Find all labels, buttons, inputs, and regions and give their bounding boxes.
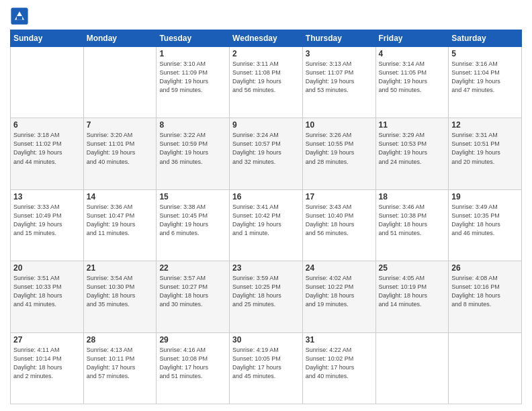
day-number: 11 [379,120,446,130]
calendar-cell: 29Sunrise: 4:16 AM Sunset: 10:08 PM Dayl… [157,332,230,404]
calendar-cell: 12Sunrise: 3:31 AM Sunset: 10:51 PM Dayl… [449,118,522,189]
calendar-cell: 24Sunrise: 4:02 AM Sunset: 10:22 PM Dayl… [302,261,375,332]
day-number: 16 [232,192,300,201]
day-info: Sunrise: 3:49 AM Sunset: 10:35 PM Daylig… [451,203,519,238]
page: SundayMondayTuesdayWednesdayThursdayFrid… [0,0,532,411]
calendar-cell: 20Sunrise: 3:51 AM Sunset: 10:33 PM Dayl… [11,261,84,332]
calendar-cell: 3Sunrise: 3:13 AM Sunset: 11:07 PM Dayli… [302,47,375,118]
calendar-cell: 28Sunrise: 4:13 AM Sunset: 10:11 PM Dayl… [83,332,157,404]
day-number: 4 [379,49,446,58]
day-number: 7 [87,120,154,130]
day-number: 10 [306,120,373,130]
day-number: 26 [451,263,519,273]
day-info: Sunrise: 4:19 AM Sunset: 10:05 PM Daylig… [232,346,300,381]
calendar: SundayMondayTuesdayWednesdayThursdayFrid… [10,30,522,404]
calendar-cell: 15Sunrise: 3:38 AM Sunset: 10:45 PM Dayl… [157,189,230,261]
day-info: Sunrise: 4:22 AM Sunset: 10:02 PM Daylig… [306,346,373,381]
day-info: Sunrise: 3:31 AM Sunset: 10:51 PM Daylig… [451,131,519,166]
header [10,7,522,26]
day-info: Sunrise: 3:38 AM Sunset: 10:45 PM Daylig… [159,203,226,238]
day-number: 27 [13,335,81,345]
day-info: Sunrise: 3:14 AM Sunset: 11:05 PM Daylig… [379,60,446,95]
day-info: Sunrise: 3:29 AM Sunset: 10:53 PM Daylig… [379,131,446,166]
day-number: 5 [451,49,519,58]
calendar-cell: 2Sunrise: 3:11 AM Sunset: 11:08 PM Dayli… [230,47,303,118]
calendar-cell: 21Sunrise: 3:54 AM Sunset: 10:30 PM Dayl… [83,261,157,332]
day-number: 2 [232,49,300,58]
day-info: Sunrise: 3:46 AM Sunset: 10:38 PM Daylig… [379,203,446,238]
day-number: 30 [232,335,300,345]
calendar-cell: 9Sunrise: 3:24 AM Sunset: 10:57 PM Dayli… [230,118,303,189]
calendar-cell: 1Sunrise: 3:10 AM Sunset: 11:09 PM Dayli… [157,47,230,118]
day-number: 1 [159,49,226,58]
day-info: Sunrise: 4:16 AM Sunset: 10:08 PM Daylig… [159,346,226,381]
day-number: 6 [13,120,81,130]
col-header-tuesday: Tuesday [157,30,230,47]
day-info: Sunrise: 3:10 AM Sunset: 11:09 PM Daylig… [159,60,226,95]
day-info: Sunrise: 3:24 AM Sunset: 10:57 PM Daylig… [232,131,300,166]
day-info: Sunrise: 3:18 AM Sunset: 11:02 PM Daylig… [13,131,81,166]
day-number: 23 [232,263,300,273]
day-number: 8 [159,120,226,130]
col-header-wednesday: Wednesday [230,30,303,47]
calendar-cell: 14Sunrise: 3:36 AM Sunset: 10:47 PM Dayl… [83,189,157,261]
logo [10,7,32,26]
calendar-cell: 27Sunrise: 4:11 AM Sunset: 10:14 PM Dayl… [11,332,84,404]
day-info: Sunrise: 3:54 AM Sunset: 10:30 PM Daylig… [87,274,154,309]
day-info: Sunrise: 3:11 AM Sunset: 11:08 PM Daylig… [232,60,300,95]
col-header-friday: Friday [375,30,449,47]
svg-rect-2 [17,16,22,20]
day-number: 18 [379,192,446,201]
calendar-cell [449,332,522,404]
day-info: Sunrise: 4:08 AM Sunset: 10:16 PM Daylig… [451,274,519,309]
day-number: 28 [87,335,154,345]
day-info: Sunrise: 3:33 AM Sunset: 10:49 PM Daylig… [13,203,81,238]
day-info: Sunrise: 3:43 AM Sunset: 10:40 PM Daylig… [306,203,373,238]
day-number: 15 [159,192,226,201]
day-info: Sunrise: 3:57 AM Sunset: 10:27 PM Daylig… [159,274,226,309]
col-header-monday: Monday [83,30,157,47]
calendar-cell: 19Sunrise: 3:49 AM Sunset: 10:35 PM Dayl… [449,189,522,261]
day-info: Sunrise: 3:41 AM Sunset: 10:42 PM Daylig… [232,203,300,238]
calendar-cell [11,47,84,118]
calendar-cell: 11Sunrise: 3:29 AM Sunset: 10:53 PM Dayl… [375,118,449,189]
day-number: 13 [13,192,81,201]
calendar-week-row: 6Sunrise: 3:18 AM Sunset: 11:02 PM Dayli… [11,118,522,189]
calendar-cell [375,332,449,404]
calendar-cell [83,47,157,118]
day-number: 17 [306,192,373,201]
day-info: Sunrise: 3:22 AM Sunset: 10:59 PM Daylig… [159,131,226,166]
day-info: Sunrise: 4:11 AM Sunset: 10:14 PM Daylig… [13,346,81,381]
day-number: 21 [87,263,154,273]
calendar-cell: 31Sunrise: 4:22 AM Sunset: 10:02 PM Dayl… [302,332,375,404]
calendar-cell: 6Sunrise: 3:18 AM Sunset: 11:02 PM Dayli… [11,118,84,189]
day-info: Sunrise: 3:20 AM Sunset: 11:01 PM Daylig… [87,131,154,166]
calendar-cell: 17Sunrise: 3:43 AM Sunset: 10:40 PM Dayl… [302,189,375,261]
day-number: 24 [306,263,373,273]
day-info: Sunrise: 4:13 AM Sunset: 10:11 PM Daylig… [87,346,154,381]
day-info: Sunrise: 3:13 AM Sunset: 11:07 PM Daylig… [306,60,373,95]
calendar-cell: 7Sunrise: 3:20 AM Sunset: 11:01 PM Dayli… [83,118,157,189]
day-info: Sunrise: 3:59 AM Sunset: 10:25 PM Daylig… [232,274,300,309]
logo-icon [10,7,29,26]
day-info: Sunrise: 4:05 AM Sunset: 10:19 PM Daylig… [379,274,446,309]
calendar-cell: 25Sunrise: 4:05 AM Sunset: 10:19 PM Dayl… [375,261,449,332]
calendar-cell: 10Sunrise: 3:26 AM Sunset: 10:55 PM Dayl… [302,118,375,189]
day-info: Sunrise: 3:51 AM Sunset: 10:33 PM Daylig… [13,274,81,309]
calendar-cell: 4Sunrise: 3:14 AM Sunset: 11:05 PM Dayli… [375,47,449,118]
calendar-header-row: SundayMondayTuesdayWednesdayThursdayFrid… [11,30,522,47]
col-header-thursday: Thursday [302,30,375,47]
day-number: 22 [159,263,226,273]
col-header-sunday: Sunday [11,30,84,47]
calendar-cell: 5Sunrise: 3:16 AM Sunset: 11:04 PM Dayli… [449,47,522,118]
calendar-cell: 26Sunrise: 4:08 AM Sunset: 10:16 PM Dayl… [449,261,522,332]
calendar-cell: 23Sunrise: 3:59 AM Sunset: 10:25 PM Dayl… [230,261,303,332]
day-number: 9 [232,120,300,130]
day-number: 19 [451,192,519,201]
day-number: 14 [87,192,154,201]
day-number: 31 [306,335,373,345]
calendar-cell: 30Sunrise: 4:19 AM Sunset: 10:05 PM Dayl… [230,332,303,404]
day-info: Sunrise: 3:26 AM Sunset: 10:55 PM Daylig… [306,131,373,166]
calendar-week-row: 27Sunrise: 4:11 AM Sunset: 10:14 PM Dayl… [11,332,522,404]
calendar-cell: 18Sunrise: 3:46 AM Sunset: 10:38 PM Dayl… [375,189,449,261]
